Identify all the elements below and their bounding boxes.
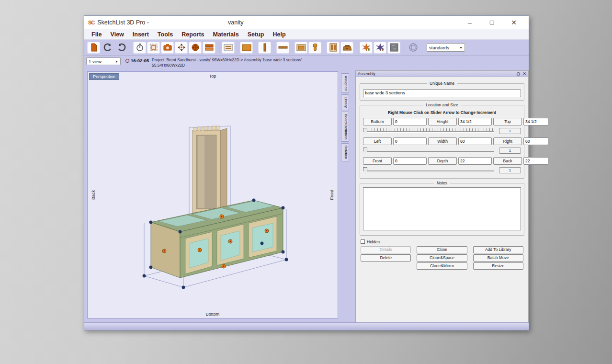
drawer-button[interactable]	[340, 42, 353, 54]
tab-library[interactable]: Library	[341, 94, 349, 110]
bottom-button[interactable]: Bottom	[363, 118, 392, 125]
clone-button[interactable]: Clone	[417, 246, 467, 253]
slider-handle[interactable]	[363, 167, 367, 174]
new-document-button[interactable]	[87, 42, 100, 54]
horizontal-divider-button[interactable]	[276, 42, 289, 54]
timer-value: 16:02:05	[131, 58, 149, 63]
slider-handle[interactable]	[363, 148, 367, 154]
front-button[interactable]: Front	[363, 157, 392, 165]
clone-space-button[interactable]: Clone&Space	[417, 254, 467, 262]
viewport-top-label: Top	[209, 74, 216, 79]
burst-orange-icon	[362, 43, 371, 52]
left-button[interactable]: Left	[363, 137, 392, 145]
left-input[interactable]	[393, 137, 427, 145]
notes-textarea[interactable]	[363, 187, 521, 230]
redo-button[interactable]	[115, 42, 128, 54]
undo-button[interactable]	[101, 42, 114, 54]
snapshot-button[interactable]	[161, 42, 174, 54]
minimize-button[interactable]: –	[459, 16, 481, 29]
add-to-library-button[interactable]: Add To Library	[473, 246, 523, 253]
height-button[interactable]: Height	[428, 118, 457, 125]
app-logo-icon: SC	[88, 20, 94, 25]
pin-icon[interactable]	[516, 71, 521, 76]
select-grid-button[interactable]	[147, 42, 160, 54]
hardware-button[interactable]	[308, 42, 321, 54]
door-button[interactable]	[327, 42, 340, 54]
standards-dropdown[interactable]: standards ▼	[427, 43, 465, 52]
back-button[interactable]: Back	[493, 157, 522, 165]
board-edge-button[interactable]	[222, 42, 235, 54]
menu-reports[interactable]: Reports	[177, 30, 208, 39]
vanity-3d-model[interactable]	[141, 123, 291, 301]
depth-slider[interactable]	[363, 167, 495, 174]
base-cabinet[interactable]	[151, 200, 283, 278]
slider-handle[interactable]	[363, 128, 367, 135]
perspective-badge[interactable]: Perspective	[89, 73, 119, 80]
bottom-input[interactable]	[393, 118, 427, 125]
menu-tools[interactable]: Tools	[153, 30, 177, 39]
rotate-target-button[interactable]	[189, 42, 202, 54]
depth-button[interactable]: Depth	[428, 157, 457, 165]
tab-rotation[interactable]: Rotation	[341, 143, 349, 161]
menu-help[interactable]: Help	[268, 30, 290, 39]
assembly-panel-body: Unique Name Location and Size Right Mous…	[356, 77, 528, 272]
right-button[interactable]: Right	[493, 137, 522, 145]
globe-button[interactable]	[407, 42, 419, 54]
hidden-checkbox[interactable]	[361, 239, 365, 244]
viewport-right-label: Front	[329, 190, 334, 200]
status-bar	[84, 322, 529, 330]
back-input[interactable]	[523, 157, 548, 165]
panel-title: Assembly	[358, 71, 375, 76]
right-input[interactable]	[523, 137, 548, 145]
front-input[interactable]	[393, 157, 427, 165]
panel-close-icon[interactable]: ✕	[522, 72, 526, 76]
timer-button[interactable]	[133, 42, 146, 54]
texture-button[interactable]	[387, 42, 400, 54]
maximize-button[interactable]: ▢	[481, 16, 503, 29]
vertical-increment[interactable]: 1	[499, 128, 521, 134]
menu-setup[interactable]: Setup	[243, 30, 269, 39]
burst-purple-button[interactable]	[374, 42, 386, 54]
close-button[interactable]: ✕	[503, 16, 525, 29]
unique-name-input[interactable]	[363, 89, 521, 97]
menu-file[interactable]: File	[87, 30, 106, 39]
horizontal-slider[interactable]	[363, 147, 495, 155]
view-count-dropdown[interactable]: 1 view ▼	[86, 57, 121, 65]
camera-icon	[163, 44, 172, 51]
vertical-slider-row: 1	[363, 126, 521, 136]
viewport-3d[interactable]: Perspective Top Bottom Back Front	[87, 71, 338, 318]
depth-input[interactable]	[458, 157, 492, 165]
width-button[interactable]: Width	[428, 137, 457, 145]
top-input[interactable]	[523, 118, 548, 125]
framed-panel-icon	[296, 44, 306, 51]
vertical-slider[interactable]	[363, 127, 495, 135]
menu-view[interactable]: View	[106, 30, 128, 39]
resize-button[interactable]: Resize	[473, 262, 523, 270]
vertical-board-icon	[262, 43, 267, 52]
main-area: Perspective Top Bottom Back Front	[84, 70, 529, 323]
layers-button[interactable]	[203, 42, 215, 54]
row-horizontal: Left Width Right	[363, 137, 521, 145]
width-input[interactable]	[458, 137, 492, 145]
details-button[interactable]: Details	[361, 246, 411, 253]
clone-mirror-button[interactable]: Clone&Mirror	[417, 262, 467, 270]
mirror-tower[interactable]	[193, 126, 227, 213]
batch-move-button[interactable]: Batch Move	[473, 254, 523, 262]
burst-purple-icon	[376, 43, 385, 52]
drawer-icon	[342, 44, 352, 51]
move-object-button[interactable]	[175, 42, 188, 54]
tab-board-definition[interactable]: Board Definition	[341, 112, 349, 142]
target-icon	[191, 43, 200, 52]
delete-button[interactable]: Delete	[361, 254, 411, 262]
insert-board-button[interactable]	[240, 42, 253, 54]
height-input[interactable]	[458, 118, 492, 125]
depth-increment[interactable]: 1	[499, 167, 521, 173]
horizontal-increment[interactable]: 1	[499, 148, 521, 154]
burst-orange-button[interactable]	[360, 42, 373, 54]
framed-panel-button[interactable]	[295, 42, 307, 54]
top-button[interactable]: Top	[493, 118, 522, 125]
tab-assigned[interactable]: Assigned	[341, 73, 349, 93]
menu-insert[interactable]: Insert	[128, 30, 153, 39]
vertical-divider-button[interactable]	[258, 42, 271, 54]
menu-materials[interactable]: Materials	[209, 30, 243, 39]
